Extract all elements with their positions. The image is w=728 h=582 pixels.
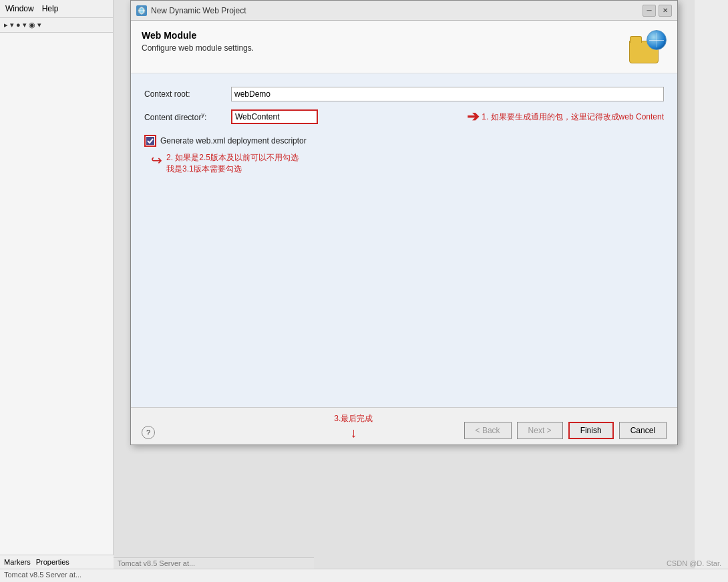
close-button[interactable]: ✕ bbox=[659, 5, 672, 17]
checkbox-generate-xml[interactable] bbox=[144, 135, 156, 147]
menu-help[interactable]: Help bbox=[42, 4, 59, 13]
finish-button[interactable]: Finish bbox=[568, 422, 614, 439]
dialog-title: New Dynamic Web Project bbox=[151, 6, 639, 15]
dialog-icon bbox=[136, 5, 147, 16]
context-root-label: Context root: bbox=[144, 89, 231, 99]
tab-markers[interactable]: Markers bbox=[4, 558, 31, 566]
content-dir-label: Content directory: bbox=[144, 111, 231, 122]
cancel-button[interactable]: Cancel bbox=[619, 422, 667, 439]
annotation2-line2: 我是3.1版本需要勾选 bbox=[166, 164, 299, 175]
checkbox-row: Generate web.xml deployment descriptor bbox=[144, 135, 664, 147]
annotation3-arrow: ↓ bbox=[350, 426, 357, 439]
header-icon bbox=[629, 30, 667, 63]
content-dir-input[interactable] bbox=[231, 109, 318, 124]
context-root-row: Context root: bbox=[144, 87, 664, 101]
section-subtitle: Configure web module settings. bbox=[142, 43, 254, 53]
annotation2: ↪ 2. 如果是2.5版本及以前可以不用勾选 我是3.1版本需要勾选 bbox=[151, 152, 664, 175]
next-button[interactable]: Next > bbox=[517, 422, 563, 439]
dialog-content: Context root: Content directory: ➔ 1. 如果 bbox=[131, 73, 677, 407]
back-button[interactable]: < Back bbox=[464, 422, 512, 439]
annotation3-text: 3.最后完成 bbox=[334, 413, 373, 424]
annotation1-text: 1. 如果要生成通用的包，这里记得改成web Content bbox=[482, 111, 664, 123]
help-button[interactable]: ? bbox=[142, 426, 155, 439]
checkbox-check bbox=[146, 137, 154, 145]
section-title: Web Module bbox=[142, 30, 254, 41]
annotation2-line1: 2. 如果是2.5版本及以前可以不用勾选 bbox=[166, 152, 299, 164]
annotation1-arrow: ➔ bbox=[467, 108, 479, 125]
menu-window[interactable]: Window bbox=[5, 4, 34, 13]
tab-properties[interactable]: Properties bbox=[36, 558, 69, 566]
dialog-header: Web Module Configure web module settings… bbox=[131, 21, 677, 73]
dialog-footer: ? 3.最后完成 ↓ < Back Next > Finish Cancel bbox=[131, 407, 677, 445]
ide-status-bar: Tomcat v8.5 Server at... bbox=[0, 569, 728, 582]
annotation2-arrow: ↪ bbox=[151, 152, 162, 168]
context-root-input[interactable] bbox=[231, 87, 664, 101]
ide-toolbar: ▸ ▾ ● ▾ ◉ ▾ bbox=[0, 18, 113, 33]
footer-buttons: < Back Next > Finish Cancel bbox=[464, 422, 667, 439]
dialog-title-bar: New Dynamic Web Project ─ ✕ bbox=[131, 1, 677, 21]
csdn-watermark: CSDN @D. Star. bbox=[667, 559, 721, 567]
minimize-button[interactable]: ─ bbox=[643, 5, 656, 17]
new-dynamic-web-project-dialog: New Dynamic Web Project ─ ✕ Web Module C… bbox=[130, 0, 678, 445]
checkbox-label: Generate web.xml deployment descriptor bbox=[160, 135, 307, 147]
ide-status-text: Tomcat v8.5 Server at... bbox=[4, 571, 81, 579]
dialog-overlay: New Dynamic Web Project ─ ✕ Web Module C… bbox=[114, 0, 695, 569]
